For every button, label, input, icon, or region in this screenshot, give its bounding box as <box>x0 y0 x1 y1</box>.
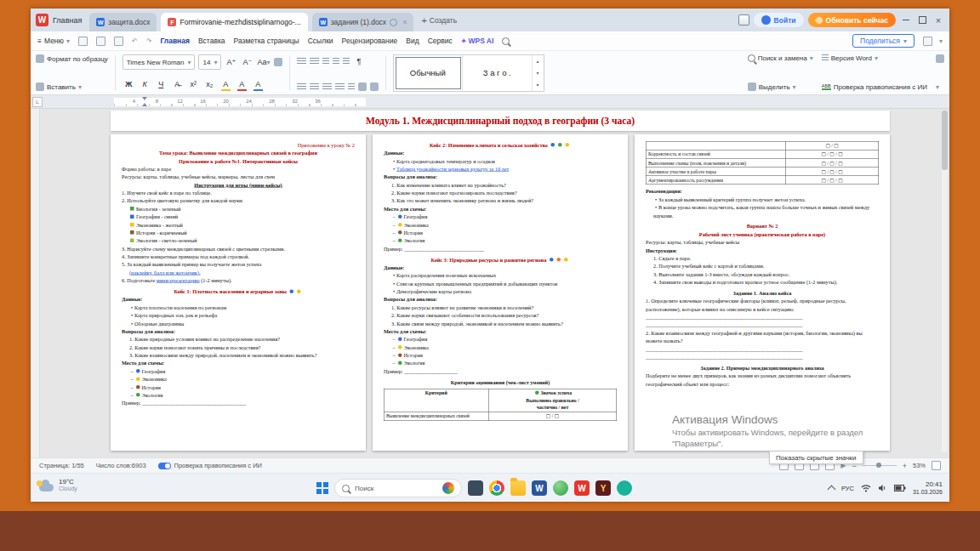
wifi-icon[interactable] <box>861 484 871 492</box>
paste-button[interactable]: Вставить ▾ <box>36 82 108 91</box>
login-button[interactable]: Войти <box>754 13 804 27</box>
align-center-icon[interactable] <box>310 83 319 91</box>
update-now-button[interactable]: Обновить сейчас <box>808 13 896 27</box>
style-gallery-scroll[interactable]: ▴▾▾ <box>533 55 544 91</box>
shading-icon[interactable] <box>358 82 367 91</box>
battery-icon[interactable] <box>894 485 906 491</box>
close-button[interactable]: × <box>932 14 944 26</box>
language-indicator[interactable]: РУС <box>841 485 854 492</box>
vertical-scrollbar[interactable] <box>942 111 948 452</box>
home-tab[interactable]: Главная <box>53 16 82 25</box>
tab-tools[interactable]: Сервис <box>428 37 453 45</box>
italic-button[interactable]: К <box>139 77 151 91</box>
tab-view[interactable]: Вид <box>406 37 419 45</box>
word-count[interactable]: Число слов:6903 <box>96 462 146 469</box>
word-icon[interactable]: W <box>532 480 547 496</box>
toggle-switch[interactable] <box>158 463 171 469</box>
shrink-font-button[interactable]: A⁻ <box>241 55 254 69</box>
zoom-slider[interactable] <box>863 465 897 466</box>
vertical-ruler[interactable] <box>31 109 40 457</box>
wps-office-icon[interactable]: W <box>574 480 590 496</box>
zoom-in-button[interactable]: + <box>903 462 907 470</box>
restore-button[interactable] <box>916 14 928 26</box>
print-icon[interactable] <box>96 37 105 46</box>
menu-button[interactable]: ≡ Меню ▾ <box>37 37 70 45</box>
word-version-button[interactable]: Версия Word ▾ <box>822 54 927 62</box>
taskbar-clock[interactable]: 20:41 31.03.2026 <box>913 480 943 496</box>
select-button[interactable]: Выделить ▾ <box>748 82 813 91</box>
tab-review[interactable]: Рецензирование <box>342 37 398 45</box>
search-highlight-icon[interactable] <box>442 482 454 494</box>
document-page-3[interactable]: ▢ / ▢ Корректность и состав связей▢ / ▢ … <box>635 134 890 451</box>
zoom-knob[interactable] <box>876 463 881 468</box>
tab-home[interactable]: Главная <box>160 37 190 45</box>
show-marks-icon[interactable]: ¶ <box>353 54 366 68</box>
fit-page-icon[interactable] <box>932 461 941 470</box>
new-document-button[interactable]: + Создать <box>421 15 457 26</box>
bold-button[interactable]: Ж <box>122 77 135 91</box>
find-replace-button[interactable]: Поиск и замена ▾ <box>748 54 813 62</box>
ai-spellcheck-toggle[interactable]: Проверка правописания с ИИ <box>158 462 262 469</box>
style-heading[interactable]: З а г о . <box>463 55 533 91</box>
align-right-icon[interactable] <box>322 83 332 91</box>
spellcheck-button[interactable]: АБВПроверка правописания с ИИ <box>822 83 927 91</box>
document-area[interactable]: Модуль 1. Междисциплинарный подход в гео… <box>31 109 949 457</box>
sort-icon[interactable] <box>343 58 350 65</box>
document-page-1[interactable]: Приложение к уроку № 2 Тема урока: Выявл… <box>111 134 366 451</box>
browser-globe-icon[interactable] <box>553 480 568 496</box>
scrollbar-thumb[interactable] <box>942 111 948 170</box>
redo-icon[interactable]: ↷ <box>146 37 152 45</box>
subscript-button[interactable]: x₂ <box>203 77 216 91</box>
tab-wps-ai[interactable]: ✦WPS AI <box>461 37 494 45</box>
tab-references[interactable]: Ссылки <box>308 37 333 45</box>
more-tools-icon[interactable] <box>936 54 944 63</box>
wps-logo-icon[interactable]: W <box>36 14 48 26</box>
taskbar-search[interactable]: Поиск <box>334 479 462 497</box>
decrease-indent-icon[interactable] <box>322 58 329 65</box>
grow-font-button[interactable]: A⁺ <box>225 55 237 69</box>
undo-icon[interactable]: ↶ <box>132 37 138 45</box>
font-name-select[interactable]: Times New Roman▾ <box>122 54 196 70</box>
doc-tab-2-active[interactable]: F Formirovanie-mezhdistsiplinarnogo-... <box>161 13 307 31</box>
save-icon[interactable] <box>78 37 88 46</box>
yandex-icon[interactable]: Y <box>595 480 611 496</box>
highlight-color-button[interactable]: А <box>219 77 232 91</box>
first-line-indent-marker[interactable] <box>142 97 147 100</box>
hanging-indent-marker[interactable] <box>142 103 147 106</box>
zoom-level[interactable]: 53% <box>913 462 926 469</box>
font-color-button[interactable]: А <box>236 77 248 91</box>
font-size-select[interactable]: 14▾ <box>198 54 221 70</box>
ribbon-search-icon[interactable] <box>502 37 510 45</box>
doc-tab-1[interactable]: W защита.docx <box>89 13 157 31</box>
format-painter-button[interactable]: Формат по образцу <box>36 54 108 63</box>
minimize-button[interactable] <box>900 14 912 26</box>
line-spacing-icon[interactable] <box>348 83 355 91</box>
underline-button[interactable]: Ч <box>155 77 168 91</box>
clear-format-icon[interactable] <box>274 58 282 66</box>
document-page-2[interactable]: Кейс 2: Изменение климата и сельское хоз… <box>373 134 628 451</box>
volume-icon[interactable] <box>878 484 887 492</box>
chrome-icon[interactable] <box>489 480 504 496</box>
borders-icon[interactable] <box>370 82 379 91</box>
strikethrough-button[interactable]: А̶ <box>171 77 184 91</box>
close-tab-icon[interactable]: × <box>402 18 407 26</box>
align-left-icon[interactable] <box>297 83 306 91</box>
bullet-list-icon[interactable] <box>297 58 306 65</box>
file-explorer-icon[interactable] <box>510 480 526 496</box>
weather-widget[interactable]: 19°C Cloudy <box>39 478 77 492</box>
char-shading-button[interactable]: А <box>252 77 265 91</box>
task-view-icon[interactable] <box>468 480 483 496</box>
messenger-icon[interactable] <box>617 480 632 496</box>
tab-page-layout[interactable]: Разметка страницы <box>234 37 299 45</box>
ribbon-layout-icon[interactable] <box>923 37 932 46</box>
superscript-button[interactable]: x² <box>187 77 200 91</box>
show-hidden-icons-button[interactable] <box>827 486 835 494</box>
increase-indent-icon[interactable] <box>333 58 339 65</box>
tab-stop-selector[interactable]: L <box>32 97 43 107</box>
start-button[interactable] <box>316 482 328 494</box>
collapse-ribbon-icon[interactable]: ▾ <box>939 37 943 45</box>
toolbar-options-icon[interactable]: ▾ <box>936 83 944 91</box>
workspace-icon[interactable] <box>738 14 749 26</box>
numbered-list-icon[interactable] <box>310 58 319 65</box>
change-case-button[interactable]: Аа▾ <box>257 55 270 69</box>
